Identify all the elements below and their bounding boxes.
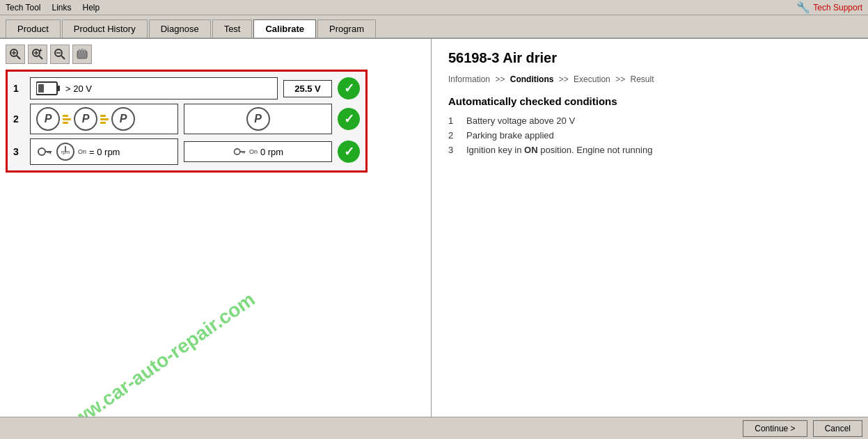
svg-line-5 [39, 56, 42, 59]
hand-icon [76, 48, 88, 61]
svg-point-19 [38, 148, 45, 155]
breadcrumb-conditions: Conditions [510, 74, 554, 84]
svg-rect-15 [84, 49, 86, 54]
key-icon-small [232, 145, 246, 159]
key-icon [36, 143, 53, 160]
svg-line-10 [61, 56, 65, 59]
rpm-condition-text: = 0 rpm [89, 147, 120, 157]
voltage-condition-text: > 20 V [65, 83, 92, 94]
shine-line-3 [63, 122, 68, 124]
svg-text:+: + [39, 48, 42, 54]
on-label-right: On [249, 148, 258, 155]
shine-line-1 [63, 115, 68, 117]
svg-point-26 [234, 149, 239, 154]
row1-left: > 20 V [30, 77, 278, 99]
zoom-plus-button[interactable]: + [28, 45, 47, 64]
condition-row-1: 1 > 20 V 25.5 V ✓ [13, 77, 360, 99]
hand-tool-button[interactable] [72, 45, 92, 64]
tab-test[interactable]: Test [212, 19, 253, 38]
svg-line-1 [17, 56, 20, 59]
parking-icon-left: P [36, 107, 60, 131]
breadcrumb: Information >> Conditions >> Execution >… [448, 74, 851, 84]
row-number-1: 1 [13, 83, 24, 94]
zoom-minus-icon [54, 48, 66, 61]
check-icon-1: ✓ [338, 77, 360, 99]
tab-diagnose[interactable]: Diagnose [149, 19, 211, 38]
row2-left-icons: P P P [30, 104, 178, 134]
svg-rect-17 [57, 86, 60, 91]
breadcrumb-result: Result [631, 74, 654, 84]
check-icon-3: ✓ [338, 141, 360, 163]
tab-calibrate[interactable]: Calibrate [253, 19, 316, 38]
parking-icon-right-result: P [111, 107, 135, 131]
row3-left: rpm On = 0 rpm [30, 138, 178, 165]
shine-line-5 [100, 118, 109, 120]
row3-right: On 0 rpm [184, 141, 332, 162]
tab-product[interactable]: Product [6, 19, 61, 38]
list-num-2: 2 [448, 130, 458, 141]
tech-support: 🔧 Tech Support [796, 1, 862, 14]
breadcrumb-sep-2: >> [559, 74, 571, 84]
battery-icon [36, 81, 61, 96]
parking-icon-center: P [74, 107, 97, 131]
row2-right-icons: P [184, 104, 332, 134]
list-item: 3 Ignition key in ON position. Engine no… [448, 145, 851, 155]
watermark: www.car-auto-repair.com [56, 288, 260, 417]
cancel-button[interactable]: Cancel [813, 420, 862, 437]
on-text-bold: ON [524, 145, 538, 155]
continue-button[interactable]: Continue > [743, 420, 807, 437]
conditions-box: 1 > 20 V 25.5 V ✓ 2 P [6, 70, 368, 173]
main-content: + 1 [0, 39, 868, 417]
parking-icon-verified: P [246, 107, 270, 131]
list-text-1: Battery voltage above 20 V [466, 115, 575, 126]
toolbar: + [6, 45, 425, 64]
rpm-value: 0 rpm [260, 147, 283, 157]
search-icon [9, 48, 22, 61]
list-item: 1 Battery voltage above 20 V [448, 115, 851, 126]
left-panel: + 1 [0, 39, 432, 417]
row-number-2: 2 [13, 113, 24, 125]
menu-bar: Tech Tool Links Help 🔧 Tech Support [0, 0, 868, 15]
bottom-bar: Continue > Cancel [0, 417, 868, 439]
device-title: 56198-3 Air drier [448, 50, 851, 66]
row-number-3: 3 [13, 146, 24, 157]
conditions-list: 1 Battery voltage above 20 V 2 Parking b… [448, 115, 851, 155]
tab-program[interactable]: Program [317, 19, 376, 38]
condition-row-3: 3 rpm On = 0 rp [13, 138, 360, 165]
list-item: 2 Parking brake applied [448, 130, 851, 141]
menu-help[interactable]: Help [83, 3, 100, 13]
list-num-3: 3 [448, 145, 458, 155]
breadcrumb-sep-1: >> [495, 74, 507, 84]
svg-rect-18 [38, 84, 44, 93]
menu-tech-tool[interactable]: Tech Tool [6, 3, 40, 13]
tab-product-history[interactable]: Product History [62, 19, 148, 38]
rpm-gauge-icon: rpm [56, 142, 75, 161]
shine-line-4 [100, 115, 106, 117]
zoom-plus-icon: + [31, 48, 44, 61]
menu-links[interactable]: Links [52, 3, 71, 13]
shine-lines-right [100, 115, 109, 124]
svg-rect-13 [79, 49, 80, 54]
list-text-3: Ignition key in ON position. Engine not … [466, 145, 652, 155]
list-num-1: 1 [448, 115, 458, 126]
list-text-2: Parking brake applied [466, 130, 554, 141]
breadcrumb-information: Information [448, 74, 490, 84]
breadcrumb-sep-3: >> [615, 74, 627, 84]
shine-lines-left [63, 115, 71, 124]
condition-row-2: 2 P P P P [13, 104, 360, 134]
on-label-left: On [78, 148, 86, 155]
zoom-out-button[interactable] [50, 45, 70, 64]
voltage-value: 25.5 V [283, 80, 332, 97]
tab-bar: Product Product History Diagnose Test Ca… [0, 15, 868, 39]
shine-line-2 [63, 118, 71, 120]
svg-rect-14 [81, 49, 83, 54]
section-title: Automatically checked conditions [448, 95, 851, 107]
right-panel: 56198-3 Air drier Information >> Conditi… [432, 39, 868, 417]
check-icon-2: ✓ [338, 108, 360, 130]
breadcrumb-execution: Execution [574, 74, 610, 84]
shine-line-6 [100, 122, 106, 124]
zoom-in-button[interactable] [6, 45, 25, 64]
